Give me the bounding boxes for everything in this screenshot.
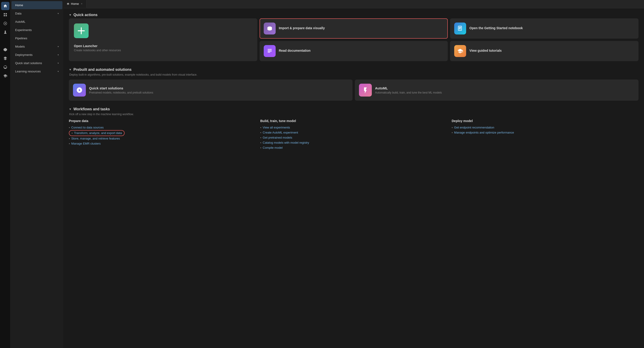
bullet-icon-2: •: [72, 131, 73, 135]
import-data-icon: [264, 23, 276, 35]
read-docs-text: Read documentation: [279, 49, 310, 53]
chevron-down-icon: ▾: [58, 45, 59, 48]
automl-icon-rail[interactable]: [1, 19, 10, 28]
catalog-models-label: Catalog models with model registry: [263, 141, 309, 144]
sidebar-item-learning[interactable]: Learning resources ▾: [12, 67, 62, 75]
sidebar-item-models[interactable]: Models ▾: [12, 43, 62, 51]
build-train-list: • View all experiments • Create AutoML e…: [260, 125, 447, 150]
open-launcher-card[interactable]: Open Launcher Create notebooks and other…: [69, 18, 257, 61]
sidebar-item-pipelines[interactable]: Pipelines: [12, 34, 62, 42]
read-docs-icon: [264, 45, 276, 57]
guided-tutorials-icon: [454, 45, 466, 57]
sidebar-item-deployments[interactable]: Deployments ▾: [12, 51, 62, 59]
transform-data-label: Transform, analyze, and export data: [74, 131, 122, 135]
chevron-down-icon: ▾: [58, 62, 59, 64]
getting-started-card[interactable]: Open the Getting Started notebook: [450, 18, 638, 39]
compile-model-item[interactable]: • Compile model: [260, 145, 447, 150]
manage-emr-item[interactable]: • Manage EMR clusters: [69, 141, 256, 146]
deploy-model-list: • Get endpoint recommendation • Manage e…: [452, 125, 638, 135]
pipelines-icon-rail[interactable]: [1, 37, 10, 45]
store-features-label: Store, manage, and retrieve features: [72, 137, 120, 140]
sidebar-experiments-label: Experiments: [15, 28, 32, 32]
quick-actions-grid: Open Launcher Create notebooks and other…: [69, 18, 638, 61]
chevron-down-icon: ▾: [58, 54, 59, 56]
tab-home[interactable]: Home ×: [63, 0, 86, 8]
workflows-title: Workflows and tasks: [74, 107, 110, 111]
bullet-icon-4: •: [69, 142, 70, 145]
bullet-icon-3: •: [69, 137, 70, 140]
quick-actions-title: Quick actions: [74, 13, 98, 17]
sidebar-pipelines-label: Pipelines: [15, 37, 27, 40]
quick-start-solutions-text: Quick start solutions Pretrained models,…: [89, 86, 153, 94]
manage-endpoints-item[interactable]: • Manage endpoints and optimize performa…: [452, 130, 638, 135]
workflows-section: ▼ Workflows and tasks Kick off a new ste…: [69, 107, 638, 150]
sidebar-home-label: Home: [15, 4, 23, 7]
svg-rect-8: [458, 26, 462, 31]
bullet-icon-11: •: [452, 131, 453, 134]
transform-data-item[interactable]: • Transform, analyze, and export data: [69, 130, 124, 136]
home-tab-icon: [66, 2, 70, 5]
sidebar-nav: Home Data ▾ AutoML Experiments Pipelines…: [10, 0, 63, 348]
sidebar-item-experiments[interactable]: Experiments: [12, 26, 62, 34]
prebuilt-solutions-subtitle: Deploy built-in algorithms, pre-built so…: [69, 73, 638, 76]
bullet-icon: •: [69, 126, 70, 129]
home-icon-rail[interactable]: [1, 2, 10, 10]
open-launcher-icon: [74, 24, 88, 38]
solutions-grid: Quick start solutions Pretrained models,…: [69, 80, 638, 101]
svg-marker-6: [4, 48, 7, 52]
tab-home-label: Home: [71, 2, 79, 6]
get-pretrained-item[interactable]: • Get pretrained models: [260, 135, 447, 140]
sidebar-item-automl[interactable]: AutoML: [12, 18, 62, 26]
bullet-icon-9: •: [260, 146, 262, 150]
store-features-item[interactable]: • Store, manage, and retrieve features: [69, 136, 256, 141]
quick-actions-section: ▼ Quick actions Open Launcher Create not…: [69, 13, 638, 61]
experiments-icon-rail[interactable]: [1, 28, 10, 36]
learning-icon-rail[interactable]: [1, 72, 10, 80]
connect-data-item[interactable]: • Connect to data sources: [69, 125, 256, 130]
sidebar-item-home[interactable]: Home: [12, 1, 62, 9]
endpoint-recommendation-item[interactable]: • Get endpoint recommendation: [452, 125, 638, 130]
quick-start-solutions-card[interactable]: Quick start solutions Pretrained models,…: [69, 80, 352, 101]
connect-data-label: Connect to data sources: [72, 126, 104, 129]
icon-rail: [0, 0, 10, 348]
bullet-icon-8: •: [260, 141, 262, 144]
deployments-icon-rail[interactable]: [1, 54, 10, 63]
open-launcher-title: Open Launcher: [74, 44, 121, 48]
automl-solutions-title: AutoML: [375, 86, 442, 90]
create-automl-label: Create AutoML experiment: [263, 131, 298, 134]
prepare-data-title: Prepare data: [69, 119, 256, 123]
open-launcher-text: Open Launcher Create notebooks and other…: [74, 44, 121, 52]
getting-started-icon: [454, 23, 466, 35]
import-data-title: Import & prepare data visually: [279, 26, 325, 30]
sidebar-learning-label: Learning resources: [15, 70, 40, 73]
tab-close-button[interactable]: ×: [80, 2, 83, 5]
build-train-col: Build, train, tune model • View all expe…: [260, 119, 447, 150]
guided-tutorials-card[interactable]: View guided tutorials: [450, 41, 638, 61]
automl-solutions-text: AutoML Automatically build, train, and t…: [375, 86, 442, 94]
automl-solutions-subtitle: Automatically build, train, and tune the…: [375, 91, 442, 94]
read-docs-card[interactable]: Read documentation: [260, 41, 448, 61]
prebuilt-solutions-section: ▼ Prebuilt and automated solutions Deplo…: [69, 68, 638, 101]
data-icon-rail[interactable]: [1, 11, 10, 19]
view-experiments-item[interactable]: • View all experiments: [260, 125, 447, 130]
catalog-models-item[interactable]: • Catalog models with model registry: [260, 140, 447, 145]
quickstart-icon-rail[interactable]: [1, 63, 10, 71]
sidebar-automl-label: AutoML: [15, 20, 26, 24]
create-automl-item[interactable]: • Create AutoML experiment: [260, 130, 447, 135]
triangle-icon-3: ▼: [69, 108, 72, 111]
svg-rect-3: [6, 15, 7, 16]
open-launcher-subtitle: Create notebooks and other resources: [74, 49, 121, 52]
sidebar-item-quick-start[interactable]: Quick start solutions ▾: [12, 59, 62, 67]
manage-endpoints-label: Manage endpoints and optimize performanc…: [454, 131, 514, 134]
sidebar-models-label: Models: [15, 45, 25, 48]
sidebar-quickstart-label: Quick start solutions: [15, 61, 42, 65]
sidebar-item-data[interactable]: Data ▾: [12, 10, 62, 18]
triangle-icon: ▼: [69, 13, 72, 17]
import-data-card[interactable]: Import & prepare data visually: [260, 18, 448, 39]
models-icon-rail[interactable]: [1, 46, 10, 54]
automl-solutions-card[interactable]: AutoML Automatically build, train, and t…: [355, 80, 638, 101]
read-docs-title: Read documentation: [279, 49, 310, 52]
sidebar-deployments-label: Deployments: [15, 53, 32, 57]
manage-emr-label: Manage EMR clusters: [72, 142, 101, 145]
sidebar-data-label: Data: [15, 12, 21, 15]
